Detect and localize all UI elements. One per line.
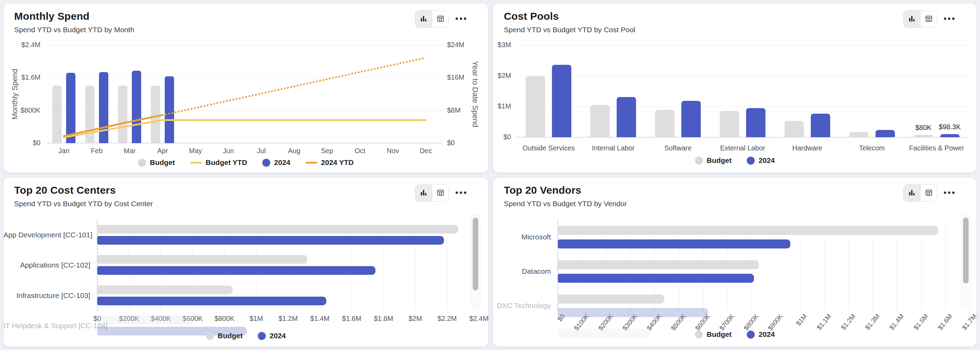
bar-2024-row-2[interactable]	[97, 297, 326, 305]
right-axis-tick: $8M	[447, 106, 461, 114]
bar-budget-row-1[interactable]	[97, 255, 307, 264]
scrollbar-thumb[interactable]	[963, 217, 969, 283]
x-axis-tick-oct: Oct	[355, 147, 366, 155]
legend-item-budget[interactable]: Budget	[695, 156, 732, 165]
cost-pools-chart: $0$1M$2M$3M$80K$98.3KOutside ServicesInt…	[493, 3, 977, 173]
legend-label: 2024	[759, 330, 775, 339]
legend-label: Budget	[150, 158, 175, 167]
bar-2024-facilities-&-power[interactable]	[940, 134, 959, 137]
bar-budget-row-0[interactable]	[97, 225, 458, 233]
vendors-chart: $0$100K$200K$300K$400K$500K$600K$700K$80…	[493, 177, 977, 347]
legend-item-2024[interactable]: 2024	[747, 156, 775, 165]
bar-budget-row-1[interactable]	[558, 260, 759, 269]
x-axis-tick-jun: Jun	[223, 147, 234, 155]
bar-2024-row-2[interactable]	[558, 308, 708, 317]
bar-2024-row-1[interactable]	[558, 274, 754, 283]
bar-budget-row-2[interactable]	[97, 286, 232, 294]
x-axis-tick-mar: Mar	[124, 147, 135, 155]
y-axis-tick: $1M	[475, 102, 511, 110]
bar-budget-outside-services[interactable]	[526, 76, 545, 137]
legend-label: 2024 YTD	[321, 158, 354, 167]
x-axis-tick: $1.4M	[310, 315, 330, 323]
legend-item-budget[interactable]: Budget	[695, 330, 732, 339]
x-axis-tick: $900K	[767, 313, 784, 332]
legend-line-icon	[305, 162, 317, 163]
cost-centers-chart: $0$200K$400K$600K$800K$1M$1.2M$1.4M$1.6M…	[3, 177, 488, 347]
bar-budget-internal-labor[interactable]	[590, 105, 610, 137]
category-label-software: Software	[664, 144, 692, 152]
category-label-microsoft: Microsoft	[493, 233, 551, 241]
legend-item-budget[interactable]: Budget	[138, 158, 175, 167]
category-label-it-helpdesk-support-cc-104-: IT Helpdesk & Support [CC-104]	[3, 321, 90, 330]
y-axis-tick: $3M	[475, 41, 511, 49]
gridline	[516, 75, 969, 76]
x-axis-tick: $1.5M	[912, 313, 930, 332]
legend-label: 2024	[759, 156, 775, 165]
category-label-applications-cc-102-: Applications [CC-102]	[3, 261, 90, 269]
legend-item-budget-ytd[interactable]: Budget YTD	[190, 158, 247, 167]
legend-item-2024[interactable]: 2024	[262, 158, 290, 167]
legend-item-2024-ytd[interactable]: 2024 YTD	[305, 158, 354, 167]
chart-legend: Budget2024	[493, 156, 977, 165]
category-label-hardware: Hardware	[792, 144, 822, 152]
x-axis-tick-dec: Dec	[420, 147, 432, 155]
y-axis-tick: $0	[475, 133, 511, 141]
line-2024-ytd-forecast	[163, 58, 426, 115]
bar-budget-row-3[interactable]	[97, 316, 193, 324]
x-axis-tick: $800K	[742, 313, 760, 332]
bar-budget-facilities-&-power[interactable]	[914, 135, 933, 137]
legend-dot-icon	[747, 331, 755, 339]
bar-2024-software[interactable]	[681, 101, 701, 137]
bar-budget-row-2[interactable]	[558, 294, 664, 304]
category-label-datacom: Datacom	[493, 267, 551, 275]
legend-label: 2024	[274, 158, 290, 167]
bar-budget-telecom[interactable]	[849, 132, 869, 137]
legend-label: 2024	[270, 332, 286, 340]
x-axis-tick: $1.6M	[936, 313, 954, 332]
ytd-lines	[48, 45, 442, 143]
bar-2024-row-0[interactable]	[97, 236, 444, 245]
legend-label: Budget	[706, 330, 732, 339]
bar-2024-external-labor[interactable]	[746, 108, 765, 137]
x-axis-tick: $2.4M	[469, 315, 488, 323]
bar-value-label: $80K	[915, 124, 932, 132]
x-axis-tick: $1.6M	[342, 315, 362, 323]
x-axis-tick: $1M	[250, 315, 263, 323]
legend-dot-icon	[262, 159, 270, 167]
legend-item-2024[interactable]: 2024	[258, 332, 286, 340]
legend-dot-icon	[747, 157, 755, 165]
line-2024-ytd	[64, 115, 163, 136]
bar-2024-internal-labor[interactable]	[617, 97, 636, 137]
x-axis-tick-jan: Jan	[58, 147, 69, 155]
x-axis-tick: $1.2M	[278, 315, 298, 323]
bar-budget-external-labor[interactable]	[720, 111, 739, 137]
legend-item-budget[interactable]: Budget	[206, 332, 243, 340]
bar-2024-outside-services[interactable]	[552, 65, 571, 137]
bar-budget-hardware[interactable]	[784, 121, 804, 137]
category-label-external-labor: External Labor	[720, 144, 765, 152]
bar-2024-telecom[interactable]	[875, 130, 895, 137]
bar-budget-software[interactable]	[655, 110, 675, 137]
scrollbar-thumb[interactable]	[473, 217, 478, 290]
right-axis-tick: $24M	[447, 41, 465, 49]
x-axis-tick: $1.1M	[815, 313, 833, 332]
x-axis-tick-feb: Feb	[91, 147, 102, 155]
cost-pools-panel: Cost Pools Spend YTD vs Budget YTD by Co…	[493, 3, 977, 173]
right-axis-tick: $16M	[447, 74, 465, 82]
bar-2024-row-1[interactable]	[97, 266, 375, 275]
x-axis-tick-aug: Aug	[288, 147, 301, 155]
left-axis-tick: $800K	[2, 106, 40, 114]
legend-item-2024[interactable]: 2024	[747, 330, 775, 339]
legend-line-icon	[190, 162, 202, 163]
monthly-spend-chart: $0$0$800K$8M$1.6M$16M$2.4M$24MMonthly Sp…	[3, 3, 488, 173]
legend-label: Budget	[218, 332, 243, 340]
x-axis-tick: $1.8M	[374, 315, 393, 323]
bar-2024-row-0[interactable]	[558, 240, 791, 248]
chart-legend: Budget2024	[493, 329, 977, 339]
x-axis-tick-may: May	[189, 147, 202, 155]
x-axis-tick: $2M	[409, 315, 422, 323]
cost-centers-panel: Top 20 Cost Centers Spend YTD vs Budget …	[3, 177, 488, 347]
gridline	[945, 219, 946, 312]
bar-budget-row-0[interactable]	[558, 226, 938, 235]
bar-2024-hardware[interactable]	[811, 113, 830, 137]
